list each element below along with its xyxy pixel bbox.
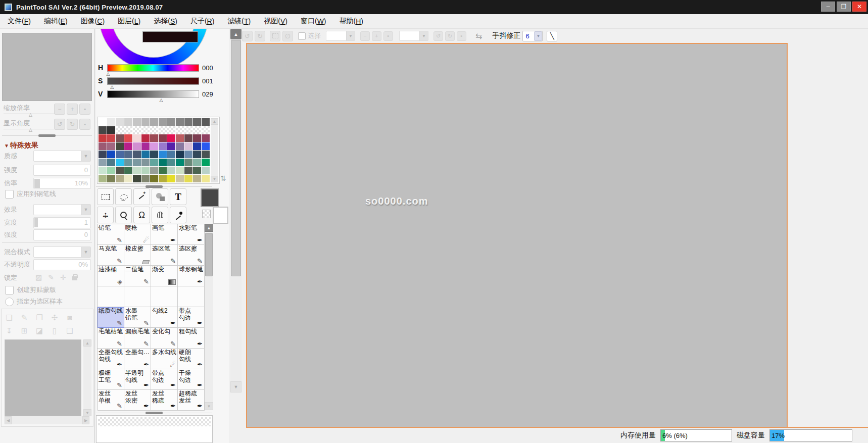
menu-item-E[interactable]: 编辑(E) bbox=[37, 14, 74, 28]
brush-item[interactable]: 马克笔 bbox=[98, 245, 124, 266]
swatch-2-1[interactable] bbox=[107, 134, 115, 142]
menu-item-V[interactable]: 视图(V) bbox=[257, 14, 294, 28]
swatch-7-4[interactable] bbox=[133, 175, 141, 182]
chevron-down-icon[interactable]: ▼ bbox=[419, 31, 428, 40]
swatch-1-11[interactable] bbox=[193, 126, 201, 134]
swatch-4-10[interactable] bbox=[184, 151, 192, 158]
swatch-5-9[interactable] bbox=[176, 159, 184, 166]
lock-move-icon[interactable]: ✛ bbox=[60, 273, 66, 282]
blend-mode-dropdown[interactable]: ▼ bbox=[33, 247, 91, 258]
swatch-0-12[interactable] bbox=[202, 118, 210, 126]
clear-layer-icon[interactable]: ◪ bbox=[35, 326, 44, 335]
swatch-3-4[interactable] bbox=[133, 142, 141, 150]
brush-scroll-thumb[interactable] bbox=[205, 233, 213, 276]
swatch-3-6[interactable] bbox=[150, 142, 158, 150]
swatch-0-2[interactable] bbox=[116, 118, 124, 126]
swatch-5-3[interactable] bbox=[124, 159, 132, 166]
brush-item[interactable]: 超稀疏 发丝 bbox=[178, 390, 205, 411]
brush-item[interactable]: 勾线2 bbox=[151, 307, 178, 328]
swatch-3-1[interactable] bbox=[107, 142, 115, 150]
swatch-0-6[interactable] bbox=[150, 118, 158, 126]
swatch-2-11[interactable] bbox=[193, 134, 201, 142]
swatch-4-11[interactable] bbox=[193, 151, 201, 158]
lock-draw-icon[interactable]: ✎ bbox=[48, 273, 54, 282]
effect-strength-input[interactable]: 0 bbox=[33, 229, 91, 240]
chevron-down-icon[interactable]: ▼ bbox=[81, 205, 90, 215]
swatch-5-0[interactable] bbox=[99, 159, 107, 166]
clip-mask-checkbox[interactable] bbox=[5, 286, 14, 294]
swatch-4-6[interactable] bbox=[150, 151, 158, 158]
swatch-0-5[interactable] bbox=[141, 118, 150, 126]
menu-item-R[interactable]: 尺子(R) bbox=[184, 14, 221, 28]
swatch-4-7[interactable] bbox=[159, 151, 167, 158]
text-tool-button[interactable]: T bbox=[170, 188, 186, 205]
panel-divider[interactable] bbox=[2, 134, 92, 137]
zoom-out-button[interactable]: − bbox=[360, 31, 370, 41]
scroll-up-icon[interactable]: ▲ bbox=[83, 339, 91, 347]
swatch-0-9[interactable] bbox=[176, 118, 184, 126]
brush-item[interactable]: 纸质勾线 bbox=[98, 307, 124, 328]
menu-item-W[interactable]: 窗口(W) bbox=[294, 14, 333, 28]
swatch-6-4[interactable] bbox=[133, 167, 141, 174]
swatch-5-12[interactable] bbox=[202, 159, 210, 166]
brush-item[interactable]: 橡皮擦 bbox=[124, 245, 151, 266]
brush-item[interactable]: 多水勾线 bbox=[151, 349, 178, 369]
swatch-6-9[interactable] bbox=[176, 167, 184, 174]
swatch-4-9[interactable] bbox=[176, 151, 184, 158]
swatch-3-9[interactable] bbox=[176, 142, 184, 150]
swatch-1-10[interactable] bbox=[184, 126, 192, 134]
swatch-3-12[interactable] bbox=[202, 142, 210, 150]
swatch-6-0[interactable] bbox=[99, 167, 107, 174]
layer-list[interactable] bbox=[5, 339, 81, 416]
swatch-0-8[interactable] bbox=[167, 118, 175, 126]
brush-item[interactable]: 渐变 bbox=[151, 266, 178, 286]
swatch-6-6[interactable] bbox=[150, 167, 158, 174]
swatch-1-9[interactable] bbox=[176, 126, 184, 134]
swatch-2-5[interactable] bbox=[141, 134, 150, 142]
menu-item-F[interactable]: 文件(F) bbox=[1, 14, 37, 28]
swatch-6-11[interactable] bbox=[193, 167, 201, 174]
swatch-7-2[interactable] bbox=[116, 175, 124, 182]
zoom-dropdown[interactable]: ▼ bbox=[326, 31, 355, 41]
hand-tool-button[interactable] bbox=[152, 207, 168, 223]
brush-item[interactable]: 漏痕毛笔 bbox=[124, 328, 151, 349]
swatch-3-11[interactable] bbox=[193, 142, 201, 150]
layer-list-vscrollbar[interactable]: ▲ ▼ bbox=[83, 339, 91, 416]
swatch-7-7[interactable] bbox=[159, 175, 167, 182]
eyedropper-tool-button[interactable] bbox=[170, 207, 186, 223]
swatch-0-1[interactable] bbox=[107, 118, 115, 126]
brush-item[interactable]: 带点 勾边 bbox=[151, 369, 178, 390]
swatch-2-0[interactable] bbox=[99, 134, 107, 142]
swatch-6-10[interactable] bbox=[184, 167, 192, 174]
rotate-reset-button[interactable]: ▪ bbox=[457, 31, 466, 41]
swatch-1-1[interactable] bbox=[107, 126, 115, 134]
brush-item[interactable]: 画笔 bbox=[151, 224, 178, 245]
brush-item[interactable]: 全墨勾线 勾线 bbox=[98, 349, 124, 369]
scroll-up-icon[interactable]: ▲ bbox=[211, 118, 218, 125]
chevron-down-icon[interactable]: ▼ bbox=[81, 151, 90, 161]
brush-item[interactable]: 干燥 勾边 bbox=[178, 369, 205, 390]
swatch-7-1[interactable] bbox=[107, 175, 115, 182]
apply-pen-checkbox[interactable] bbox=[5, 190, 14, 199]
transfer-down-icon[interactable]: ↧ bbox=[5, 326, 14, 335]
swatch-1-3[interactable] bbox=[124, 126, 132, 134]
rotate-ccw-button[interactable]: ↺ bbox=[433, 31, 443, 41]
chevron-down-icon[interactable]: ▼ bbox=[81, 247, 90, 257]
swatch-5-5[interactable] bbox=[141, 159, 150, 166]
swatch-5-10[interactable] bbox=[184, 159, 192, 166]
transparent-color-button[interactable] bbox=[202, 210, 211, 218]
swatch-3-7[interactable] bbox=[159, 142, 167, 150]
lock-transparency-icon[interactable]: ▨ bbox=[35, 273, 42, 282]
swatch-6-12[interactable] bbox=[202, 167, 210, 174]
lasso-tool-button[interactable] bbox=[115, 188, 132, 205]
close-button[interactable]: ✕ bbox=[852, 2, 866, 12]
value-marker[interactable]: △ bbox=[160, 97, 163, 103]
swatch-6-1[interactable] bbox=[107, 167, 115, 174]
swatch-4-12[interactable] bbox=[202, 151, 210, 158]
padlock-icon[interactable] bbox=[72, 273, 77, 282]
swatch-0-4[interactable] bbox=[133, 118, 141, 126]
divider-grip[interactable] bbox=[38, 134, 56, 137]
swatch-1-7[interactable] bbox=[159, 126, 167, 134]
selection-source-radio[interactable] bbox=[5, 298, 14, 306]
swatch-2-10[interactable] bbox=[184, 134, 192, 142]
